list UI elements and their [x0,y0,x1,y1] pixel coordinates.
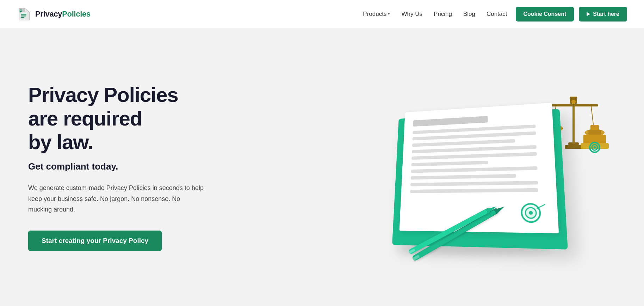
doc-line [411,166,538,173]
doc-line [410,181,538,186]
svg-point-15 [571,100,576,104]
svg-rect-9 [549,104,598,106]
svg-point-22 [594,146,596,148]
logo-icon: P [17,7,32,22]
nav-item-contact[interactable]: Contact [487,11,507,18]
doc-line [411,161,488,166]
hero-title: Privacy Policies are requiredby law. [28,83,211,154]
cookie-consent-button[interactable]: Cookie Consent [516,7,574,22]
hero-section: Privacy Policies are requiredby law. Get… [0,28,644,306]
logo-link[interactable]: P PrivacyPolicies [17,7,91,22]
hero-description: We generate custom-made Privacy Policies… [28,183,204,215]
svg-rect-2 [21,14,26,15]
svg-line-26 [537,204,545,208]
chevron-down-icon: ▾ [388,12,390,16]
site-header: P PrivacyPolicies Products ▾ Why Us Pric… [0,0,644,28]
nav-item-pricing[interactable]: Pricing [434,11,452,18]
hero-illustration [211,68,616,266]
start-here-button[interactable]: Start here [579,7,627,22]
main-nav: Products ▾ Why Us Pricing Blog Contact [363,11,507,18]
doc-line [412,145,537,153]
svg-rect-4 [21,17,24,18]
svg-rect-17 [588,130,601,135]
doc-line [411,174,516,180]
logo-text: PrivacyPolicies [35,10,91,19]
svg-rect-3 [21,16,26,17]
doc-lines [410,124,546,193]
rubber-stamp-illustration [574,125,616,160]
header-cta-buttons: Cookie Consent Start here [516,7,627,22]
doc-header [413,116,488,127]
svg-text:P: P [19,8,23,14]
play-icon [587,12,590,16]
nav-item-blog[interactable]: Blog [463,11,475,18]
doc-line [410,188,538,193]
start-policy-button[interactable]: Start creating your Privacy Policy [28,231,162,251]
doc-line [411,152,537,160]
hero-subtitle: Get compliant today. [28,161,211,173]
doc-line [412,139,515,147]
nav-item-products[interactable]: Products ▾ [363,11,390,18]
hero-content: Privacy Policies are requiredby law. Get… [28,83,211,251]
nav-item-whyus[interactable]: Why Us [401,11,422,18]
document-clipboard [392,109,568,250]
document-stamp [517,202,549,226]
illustration-container [376,68,616,266]
